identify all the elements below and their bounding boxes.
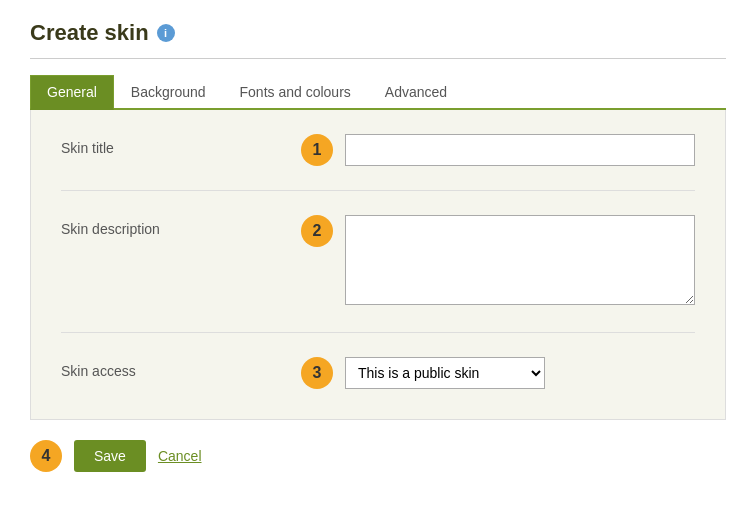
skin-description-textarea[interactable]	[345, 215, 695, 305]
skin-access-label: Skin access	[61, 357, 301, 379]
skin-title-label: Skin title	[61, 134, 301, 156]
skin-access-row: Skin access 3 This is a public skin This…	[61, 357, 695, 389]
tab-general[interactable]: General	[30, 75, 114, 110]
skin-access-select[interactable]: This is a public skin This is a private …	[345, 357, 545, 389]
cancel-button[interactable]: Cancel	[158, 448, 202, 464]
step-4-badge: 4	[30, 440, 62, 472]
skin-access-wrapper: This is a public skin This is a private …	[345, 357, 695, 389]
tab-fonts-colours[interactable]: Fonts and colours	[223, 75, 368, 110]
skin-description-row: Skin description 2	[61, 215, 695, 333]
page-header: Create skin i	[30, 20, 726, 59]
step-1-badge: 1	[301, 134, 333, 166]
save-button[interactable]: Save	[74, 440, 146, 472]
info-icon[interactable]: i	[157, 24, 175, 42]
skin-title-row: Skin title 1	[61, 134, 695, 191]
tab-bar: General Background Fonts and colours Adv…	[30, 75, 726, 110]
step-2-badge: 2	[301, 215, 333, 247]
tab-advanced[interactable]: Advanced	[368, 75, 464, 110]
form-panel: Skin title 1 Skin description 2 Skin acc…	[30, 110, 726, 420]
skin-description-label: Skin description	[61, 215, 301, 237]
tab-background[interactable]: Background	[114, 75, 223, 110]
step-3-badge: 3	[301, 357, 333, 389]
skin-title-input[interactable]	[345, 134, 695, 166]
skin-title-wrapper	[345, 134, 695, 166]
skin-description-wrapper	[345, 215, 695, 308]
page-title: Create skin	[30, 20, 149, 46]
footer-actions: 4 Save Cancel	[30, 440, 726, 472]
